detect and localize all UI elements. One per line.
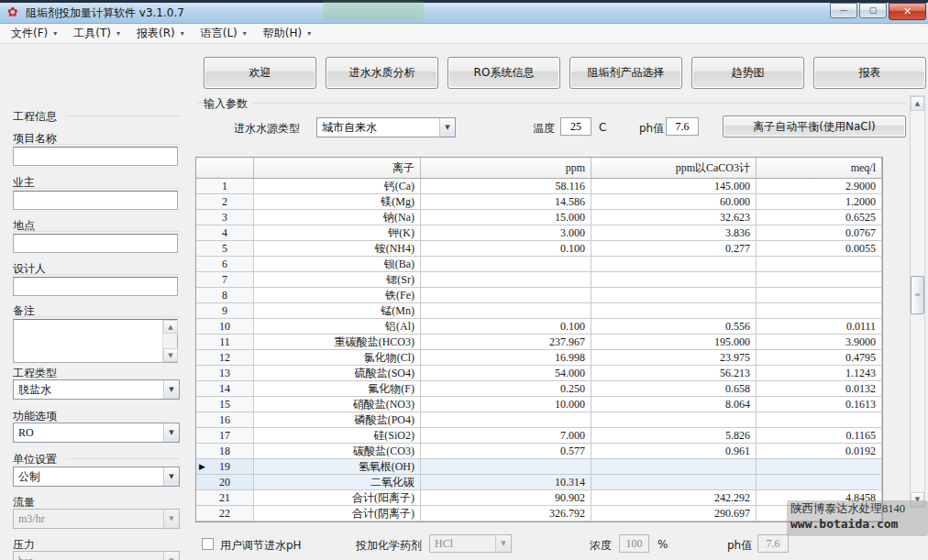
ppm-cell[interactable]: 326.792 [421, 506, 591, 522]
ppm-caco3-cell[interactable]: 23.975 [591, 350, 757, 366]
ion-name-cell[interactable]: 磷酸盐(PO4) [254, 412, 421, 428]
ion-name-cell[interactable]: 硝酸盐(NO3) [254, 397, 421, 412]
ion-name-cell[interactable]: 钡(Ba) [254, 257, 421, 272]
water-source-select[interactable]: 城市自来水 ▼ [316, 117, 456, 137]
meql-cell[interactable]: 0.1165 [757, 428, 882, 444]
ion-name-cell[interactable]: 锶(Sr) [254, 272, 421, 288]
close-button[interactable]: ✕ [889, 3, 926, 20]
ion-name-cell[interactable]: 氟化物(F) [254, 381, 421, 397]
ppm-caco3-cell[interactable]: 242.292 [591, 490, 757, 506]
ion-name-cell[interactable]: 合计(阴离子) [254, 506, 421, 522]
meql-cell[interactable]: 3.9000 [757, 335, 882, 350]
ppm-cell[interactable] [421, 303, 591, 319]
ppm-cell[interactable]: 14.586 [421, 194, 591, 210]
ppm-caco3-cell[interactable] [591, 257, 757, 272]
ppm-caco3-cell[interactable] [591, 272, 757, 288]
ppm-caco3-cell[interactable] [591, 288, 757, 303]
function-option-select[interactable]: RO ▼ [13, 423, 180, 443]
ion-name-cell[interactable]: 铵(NH4) [254, 241, 421, 257]
ppm-cell[interactable] [421, 459, 591, 475]
ppm-caco3-cell[interactable]: 56.213 [591, 366, 757, 381]
meql-cell[interactable] [757, 303, 882, 319]
menu-help[interactable]: 帮助(H)▾ [261, 24, 313, 43]
ppm-caco3-cell[interactable]: 32.623 [591, 210, 757, 225]
ppm-caco3-cell[interactable]: 3.836 [591, 225, 757, 241]
ppm-caco3-cell[interactable]: 290.697 [591, 506, 757, 522]
ppm-cell[interactable] [421, 288, 591, 303]
ion-name-cell[interactable]: 铁(Fe) [254, 288, 421, 303]
ppm-cell[interactable] [421, 257, 591, 272]
ion-name-cell[interactable]: 合计(阳离子) [254, 490, 421, 506]
ppm-cell[interactable]: 58.116 [421, 179, 591, 194]
ion-name-cell[interactable]: 镁(Mg) [254, 194, 421, 210]
meql-cell[interactable]: 0.0767 [757, 225, 882, 241]
menu-language[interactable]: 语言(L)▾ [199, 24, 249, 43]
ion-name-cell[interactable]: 碳酸盐(CO3) [254, 444, 421, 459]
ppm-caco3-cell[interactable]: 0.658 [591, 381, 757, 397]
ppm-caco3-cell[interactable]: 60.000 [591, 194, 757, 210]
meql-cell[interactable] [757, 412, 882, 428]
meql-cell[interactable]: 0.4795 [757, 350, 882, 366]
ion-name-cell[interactable]: 铝(Al) [254, 319, 421, 335]
ion-name-cell[interactable]: 氯化物(Cl) [254, 350, 421, 366]
ppm-cell[interactable]: 10.000 [421, 397, 591, 412]
ppm-cell[interactable] [421, 272, 591, 288]
maximize-button[interactable]: ▢ [859, 3, 887, 18]
tab-welcome[interactable]: 欢迎 [204, 57, 316, 89]
ppm-cell[interactable]: 90.902 [421, 490, 591, 506]
vertical-scrollbar[interactable]: ▲ ≡ ▼ [910, 95, 925, 508]
ppm-cell[interactable] [421, 412, 591, 428]
menu-file[interactable]: 文件(F)▾ [9, 24, 59, 43]
menu-report[interactable]: 报表(R)▾ [135, 24, 186, 43]
tab-report[interactable]: 报表 [813, 57, 926, 89]
ppm-caco3-cell[interactable]: 0.556 [591, 319, 757, 335]
ion-auto-balance-button[interactable]: 离子自动平衡(使用NaCl) [723, 115, 906, 137]
ion-name-cell[interactable]: 钙(Ca) [254, 179, 421, 194]
tab-ro-system-info[interactable]: RO系统信息 [447, 57, 560, 89]
ion-name-cell[interactable]: 氢氧根(OH) [254, 459, 421, 475]
meql-cell[interactable] [757, 257, 882, 272]
ppm-caco3-cell[interactable] [591, 303, 757, 319]
meql-cell[interactable]: 1.2000 [757, 194, 882, 210]
tab-trend-chart[interactable]: 趋势图 [691, 57, 804, 89]
meql-cell[interactable]: 0.0192 [757, 444, 882, 459]
ppm-cell[interactable]: 15.000 [421, 210, 591, 225]
ppm-cell[interactable]: 0.577 [421, 444, 591, 459]
location-input[interactable] [13, 234, 178, 253]
menu-tools[interactable]: 工具(T)▾ [72, 24, 122, 43]
ppm-cell[interactable]: 3.000 [421, 225, 591, 241]
meql-cell[interactable]: 2.9000 [757, 179, 882, 194]
scroll-up-icon[interactable]: ▲ [911, 96, 924, 111]
ppm-caco3-cell[interactable]: 5.826 [591, 428, 757, 444]
meql-cell[interactable] [757, 272, 882, 288]
ppm-cell[interactable]: 0.250 [421, 381, 591, 397]
scrollbar-thumb[interactable]: ≡ [911, 276, 924, 314]
ppm-caco3-cell[interactable]: 8.064 [591, 397, 757, 412]
tab-antiscalant-select[interactable]: 阻垢剂产品选择 [569, 57, 682, 89]
ion-name-cell[interactable]: 二氧化碳 [254, 475, 421, 490]
meql-cell[interactable]: 0.0132 [757, 381, 882, 397]
ppm-cell[interactable]: 16.998 [421, 350, 591, 366]
ppm-caco3-cell[interactable]: 145.000 [591, 179, 757, 194]
project-type-select[interactable]: 脱盐水 ▼ [13, 379, 180, 400]
ion-name-cell[interactable]: 钠(Na) [254, 210, 421, 225]
ion-name-cell[interactable]: 重碳酸盐(HCO3) [254, 335, 421, 350]
minimize-button[interactable]: — [830, 3, 857, 18]
scroll-up-icon[interactable]: ▲ [163, 320, 178, 334]
ion-name-cell[interactable]: 钾(K) [254, 225, 421, 241]
unit-setting-select[interactable]: 公制 ▼ [13, 467, 180, 487]
ppm-cell[interactable]: 7.000 [421, 428, 591, 444]
ppm-caco3-cell[interactable]: 0.277 [591, 241, 757, 257]
meql-cell[interactable]: 0.0111 [757, 319, 882, 335]
tab-feedwater-analysis[interactable]: 进水水质分析 [326, 57, 438, 89]
ppm-caco3-cell[interactable] [591, 459, 757, 475]
user-adjust-ph-checkbox[interactable] [202, 538, 214, 550]
owner-input[interactable] [13, 191, 178, 210]
ppm-cell[interactable]: 0.100 [421, 319, 591, 335]
ion-name-cell[interactable]: 硅(SiO2) [254, 428, 421, 444]
meql-cell[interactable] [757, 475, 882, 490]
ppm-cell[interactable]: 54.000 [421, 366, 591, 381]
meql-cell[interactable]: 0.1613 [757, 397, 882, 412]
notes-textarea[interactable]: ▲ ▼ [13, 319, 178, 363]
ppm-cell[interactable]: 0.100 [421, 241, 591, 257]
